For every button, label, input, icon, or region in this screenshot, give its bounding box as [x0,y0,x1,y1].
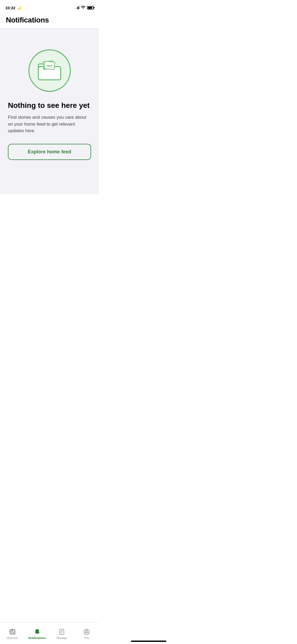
battery-icon [87,6,94,10]
signal-bar-4 [78,6,79,9]
signal-bar-1 [74,8,75,9]
status-right [74,6,94,10]
wifi-icon [81,6,85,10]
empty-state-icon [29,49,71,92]
time-text: 10:22 [5,6,15,10]
signal-bar-2 [76,8,77,9]
folder-icon [37,60,62,81]
page-title: Notifications [6,16,93,24]
status-bar: 10:22 🌙 [0,0,99,12]
empty-state-title: Nothing to see here yet [8,101,91,110]
status-time: 10:22 🌙 [5,6,21,10]
moon-icon: 🌙 [17,6,21,10]
battery-fill [88,7,92,9]
page-header: Notifications [0,12,99,28]
main-content: Nothing to see here yet Find stories and… [0,28,99,194]
signal-bar-3 [77,7,78,9]
explore-home-feed-button[interactable]: Explore home feed [8,144,91,160]
empty-state-description: Find stories and causes you care about o… [8,114,91,134]
signal-icon [74,6,79,9]
